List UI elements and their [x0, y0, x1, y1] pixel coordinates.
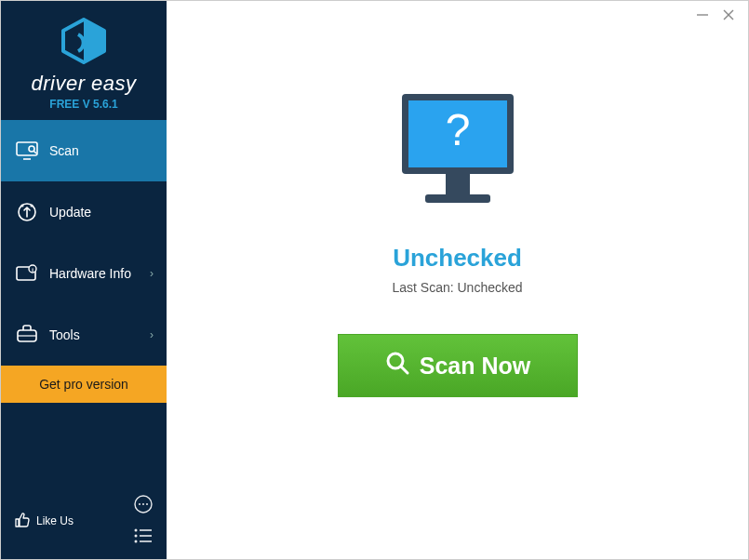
- search-icon: [384, 350, 410, 381]
- brand-version: FREE V 5.6.1: [1, 98, 167, 111]
- sidebar-item-hardware-info[interactable]: i Hardware Info ›: [1, 243, 167, 304]
- svg-point-14: [142, 503, 144, 505]
- svg-point-18: [135, 535, 138, 538]
- main-panel: ? Unchecked Last Scan: Unchecked Scan No…: [167, 1, 748, 559]
- svg-point-16: [135, 529, 138, 532]
- get-pro-button[interactable]: Get pro version: [1, 366, 167, 403]
- svg-point-13: [139, 503, 140, 505]
- svg-rect-29: [425, 194, 490, 203]
- sidebar-item-label: Update: [49, 205, 91, 220]
- svg-point-20: [135, 540, 138, 543]
- svg-line-31: [401, 367, 408, 373]
- scan-now-button[interactable]: Scan Now: [338, 334, 578, 397]
- status-title: Unchecked: [393, 244, 522, 273]
- feedback-icon[interactable]: [133, 494, 154, 518]
- sidebar-item-tools[interactable]: Tools ›: [1, 304, 167, 366]
- minimize-button[interactable]: [696, 8, 709, 23]
- footer-icons: [133, 494, 154, 548]
- hardware-info-icon: i: [16, 262, 38, 285]
- like-us-label: Like Us: [36, 514, 74, 527]
- svg-line-2: [33, 151, 36, 153]
- sidebar-item-update[interactable]: Update: [1, 181, 167, 243]
- svg-point-15: [146, 503, 148, 505]
- sidebar-item-label: Scan: [49, 143, 79, 158]
- logo-icon: [58, 18, 110, 68]
- brand-name: driver easy: [1, 72, 167, 96]
- monitor-illustration: ?: [388, 80, 528, 223]
- scan-icon: [16, 140, 38, 162]
- sidebar-item-label: Hardware Info: [49, 266, 131, 281]
- svg-rect-28: [446, 174, 470, 194]
- sidebar: driver easy FREE V 5.6.1 Scan Update i: [1, 1, 167, 559]
- like-us-button[interactable]: Like Us: [14, 512, 74, 531]
- menu-list-icon[interactable]: [133, 527, 154, 548]
- status-sub-prefix: Last Scan:: [392, 280, 457, 295]
- thumbs-up-icon: [14, 512, 31, 531]
- sidebar-nav: Scan Update i Hardware Info › Tools: [1, 120, 167, 366]
- chevron-right-icon: ›: [150, 267, 154, 280]
- svg-text:?: ?: [445, 105, 470, 154]
- svg-point-6: [31, 205, 33, 207]
- tools-icon: [16, 324, 38, 346]
- titlebar: [683, 1, 748, 31]
- get-pro-label: Get pro version: [39, 377, 128, 392]
- update-icon: [16, 201, 38, 223]
- sidebar-item-scan[interactable]: Scan: [1, 120, 167, 181]
- svg-point-5: [21, 205, 24, 207]
- sidebar-item-label: Tools: [49, 327, 80, 342]
- chevron-right-icon: ›: [150, 328, 154, 341]
- status-sub-value: Unchecked: [458, 280, 523, 295]
- scan-now-label: Scan Now: [420, 353, 530, 380]
- sidebar-footer: Like Us: [1, 483, 167, 559]
- brand-area: driver easy FREE V 5.6.1: [1, 1, 167, 120]
- close-button[interactable]: [722, 8, 735, 23]
- status-subtitle: Last Scan: Unchecked: [392, 280, 522, 295]
